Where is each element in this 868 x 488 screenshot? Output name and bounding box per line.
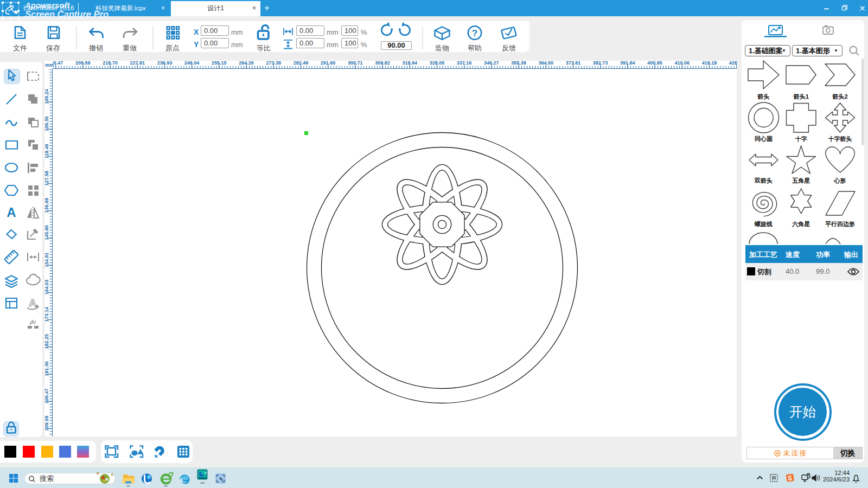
svg-text:心形: 心形 [834,177,846,184]
svg-text:箭头1: 箭头1 [793,93,809,100]
svg-text:M: M [205,471,207,474]
svg-text:A: A [7,205,16,220]
svg-text:箭头: 箭头 [757,93,770,100]
svg-text:六角星: 六角星 [792,221,810,228]
svg-text:mm: mm [45,62,54,68]
svg-text:螺旋线: 螺旋线 [754,221,773,227]
svg-text:同心圆: 同心圆 [755,136,773,142]
svg-text:?: ? [472,28,477,38]
svg-text:A: A [29,297,36,309]
svg-text:双箭头: 双箭头 [754,177,773,184]
svg-text:十字: 十字 [795,136,807,142]
svg-text:LaserMaker: LaserMaker [198,480,209,483]
svg-text:428.29: 428.29 [729,61,737,66]
svg-text:搜索: 搜索 [39,474,54,483]
svg-text:平行四边形: 平行四边形 [825,221,855,228]
svg-text:十字箭头: 十字箭头 [828,136,852,142]
svg-text:S: S [788,474,792,482]
svg-text:箭头2: 箭头2 [832,93,848,100]
svg-text:五角星: 五角星 [792,177,810,184]
